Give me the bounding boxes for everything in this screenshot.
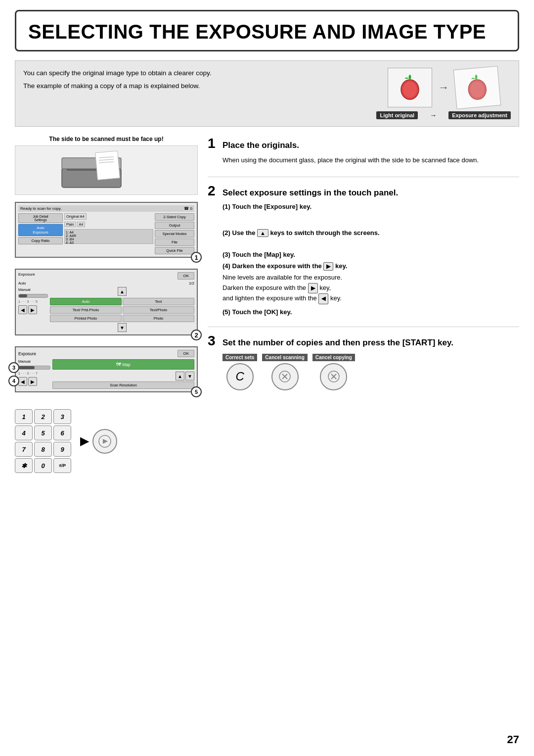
- job-detail-btn[interactable]: Job DetailSettings: [18, 213, 63, 223]
- step-2-title: Select exposure settings in the touch pa…: [222, 188, 398, 198]
- key-9[interactable]: 9: [53, 442, 71, 457]
- 2sided-btn[interactable]: 2-Sided Copy: [155, 213, 194, 221]
- printed-photo-btn[interactable]: Printed Photo: [50, 315, 122, 322]
- key-hashp[interactable]: #/P: [53, 458, 71, 473]
- map-right-btn[interactable]: ▶: [28, 377, 37, 386]
- sub-step-1: (1) Touch the [Exposure] key.: [222, 203, 519, 210]
- auto-exposure-btn[interactable]: AutoExposure: [18, 224, 63, 236]
- step-badge-5: 5: [191, 386, 202, 397]
- cancel-scanning-btn[interactable]: [271, 363, 299, 390]
- svg-rect-7: [95, 151, 120, 180]
- divider-1: [208, 177, 519, 177]
- correct-sets-group: Correct sets C: [222, 354, 257, 390]
- exp-ok-btn[interactable]: OK: [178, 272, 194, 280]
- key-4[interactable]: 4: [15, 425, 33, 440]
- text-photo-btn[interactable]: Text/ Prtd.Photo: [50, 306, 122, 314]
- intro-section: You can specify the original image type …: [15, 60, 519, 127]
- right-column: 1 Place the originals. When using the do…: [208, 136, 519, 477]
- left-arrow-btn[interactable]: ◀: [18, 305, 27, 314]
- key-8[interactable]: 8: [34, 442, 52, 457]
- map-manual-label: Manual: [18, 359, 50, 364]
- auto-label: Auto: [18, 281, 48, 285]
- key-2[interactable]: 2: [34, 409, 52, 424]
- key-3[interactable]: 3: [53, 409, 71, 424]
- map-panel-right: 🗺 Map ▲ ▼ Scan Resolution: [52, 359, 194, 389]
- intro-text: You can specify the original image type …: [23, 68, 366, 91]
- step-1-num: 1: [208, 136, 218, 151]
- cancel-scanning-label: Cancel scanning: [262, 354, 307, 361]
- img-labels: Light original → Exposure adjustment: [376, 111, 511, 119]
- exposure-adjustment-label: Exposure adjustment: [448, 111, 511, 119]
- key-star[interactable]: ✱: [15, 458, 33, 473]
- key-0[interactable]: 0: [34, 458, 52, 473]
- key-1[interactable]: 1: [15, 409, 33, 424]
- lighten-icon: ◀: [318, 293, 328, 304]
- step-1-title: Place the originals.: [222, 141, 299, 150]
- numpad-section: 1 2 3 4 5 6 7 8 9 ✱ 0 #/P ▶: [15, 409, 198, 473]
- step-badge-3: 3: [8, 362, 19, 373]
- sub-step-2: (2) Use the ▲ keys to switch through the…: [222, 229, 519, 237]
- arrow-to-start: ▶: [80, 435, 89, 448]
- textphoto-mode-btn[interactable]: Text/Photo: [123, 306, 194, 314]
- svg-point-1: [403, 82, 417, 97]
- map-panel-body: Manual 1 · · · 3 · · · 7 ◀ ▶: [18, 359, 194, 389]
- exp-panel-top: Exposure OK: [18, 272, 194, 280]
- step-1-body: When using the document glass, place the…: [222, 155, 519, 166]
- correct-sets-btn[interactable]: C: [226, 363, 254, 390]
- auto-mode-btn[interactable]: Auto: [50, 298, 122, 305]
- scanner-section: The side to be scanned must be face up!: [15, 136, 198, 195]
- right-arrow-btn[interactable]: ▶: [28, 305, 37, 314]
- left-column: The side to be scanned must be face up!: [15, 136, 198, 477]
- key-5[interactable]: 5: [34, 425, 52, 440]
- file-btn[interactable]: File: [155, 238, 194, 246]
- down-arrow-btn[interactable]: ▼: [118, 323, 127, 332]
- darken-icon: ▶: [308, 283, 318, 294]
- action-buttons: Correct sets C Cancel scanning: [222, 354, 519, 390]
- key-7[interactable]: 7: [15, 442, 33, 457]
- step-3: 3 Set the number of copies and then pres…: [208, 333, 519, 390]
- output-btn[interactable]: Output: [155, 222, 194, 229]
- quickfile-btn[interactable]: Quick File: [155, 247, 194, 254]
- map-up-btn[interactable]: ▲: [176, 372, 184, 380]
- sub-step-3: (3) Touch the [Map] key.: [222, 251, 519, 258]
- start-button[interactable]: [92, 429, 117, 454]
- map-btn[interactable]: 🗺 Map: [52, 359, 194, 370]
- dark-key-icon: ▶: [323, 262, 333, 271]
- exposure-panel: Exposure OK Auto Manual 1 · · · 3 · · · …: [15, 269, 198, 335]
- copy-panel-top: Ready to scan for copy. ☎ 0: [18, 205, 194, 212]
- map-panel-title: Exposure: [18, 351, 36, 356]
- map-slider[interactable]: [18, 366, 50, 370]
- arrow-label-sep: →: [430, 111, 437, 119]
- cancel-copying-btn[interactable]: [320, 363, 347, 390]
- photo-mode-btn[interactable]: Photo: [123, 315, 194, 322]
- copy-panel-body: Job DetailSettings AutoExposure Copy Rat…: [18, 213, 194, 254]
- exp-slider[interactable]: [18, 294, 48, 298]
- step-3-title: Set the number of copies and then press …: [222, 338, 453, 348]
- step-2-header: 2 Select exposure settings in the touch …: [208, 183, 519, 199]
- map-down-btn[interactable]: ▼: [185, 372, 194, 380]
- panel1-status: Ready to scan for copy.: [20, 206, 61, 211]
- arrow-icon: →: [438, 81, 449, 94]
- map-ok-btn[interactable]: OK: [178, 350, 194, 357]
- title-box: SELECTING THE EXPOSURE AND IMAGE TYPE: [15, 10, 519, 51]
- step-badge-2: 2: [191, 330, 202, 340]
- start-indicator: ▶: [80, 429, 117, 454]
- paper-tray: 1: A42: A4R3: B44: A3: [64, 229, 153, 244]
- scanner-label: The side to be scanned must be face up!: [15, 136, 198, 142]
- plus-key-icon: ▲: [257, 229, 268, 237]
- label1-box: Light original: [376, 112, 418, 118]
- copy-ratio-btn[interactable]: Copy Ratio: [18, 237, 63, 244]
- up-arrow-btn[interactable]: ▲: [118, 287, 127, 296]
- sub-step-4: (4) Darken the exposure with the ▶ key. …: [222, 262, 519, 304]
- special-btn[interactable]: Special Modes: [155, 230, 194, 237]
- cancel-copying-label: Cancel copying: [312, 354, 355, 361]
- text-mode-btn[interactable]: Text: [123, 298, 194, 305]
- key-6[interactable]: 6: [53, 425, 71, 440]
- map-scale: 1 · · · 3 · · · 7: [18, 372, 50, 375]
- exp-right: 1/2 ▲ Auto Text Text/ Prtd.Photo Text/Ph…: [50, 281, 194, 332]
- scanner-image-box: [15, 145, 198, 195]
- map-left-btn[interactable]: ◀: [18, 377, 27, 386]
- scan-res-btn[interactable]: Scan Resolution: [52, 381, 194, 389]
- svg-marker-12: [103, 439, 108, 444]
- label2-box: Exposure adjustment: [448, 112, 511, 118]
